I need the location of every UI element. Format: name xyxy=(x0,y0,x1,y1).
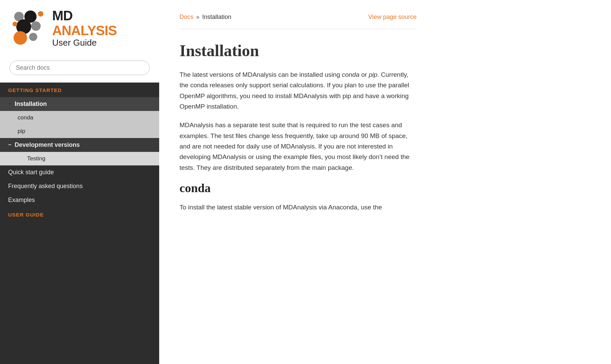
sidebar-item-quick-start-label: Quick start guide xyxy=(8,169,54,176)
toggle-installation-icon: − xyxy=(8,101,11,107)
conda-intro-text: To install the latest stable version of … xyxy=(180,202,417,212)
breadcrumb: Docs » Installation View page source xyxy=(180,14,417,21)
svg-point-6 xyxy=(29,33,37,41)
logo-text: MD ANALYSIS User Guide xyxy=(52,8,117,48)
toggle-dev-icon: − xyxy=(8,142,11,148)
main-content: Docs » Installation View page source Ins… xyxy=(159,0,611,364)
sidebar-item-installation[interactable]: − Installation xyxy=(0,97,159,111)
sidebar-item-pip[interactable]: pip xyxy=(0,124,159,138)
sidebar-item-dev-label: Development versions xyxy=(15,141,80,149)
logo-area: MD ANALYSIS User Guide xyxy=(0,0,159,54)
sidebar-item-testing-label: Testing xyxy=(27,155,45,162)
view-source-link[interactable]: View page source xyxy=(368,14,417,21)
header-divider xyxy=(180,29,417,29)
sidebar-item-pip-label: pip xyxy=(18,128,25,135)
search-area xyxy=(0,54,159,83)
svg-point-5 xyxy=(14,31,27,45)
logo-user-guide: User Guide xyxy=(52,38,97,48)
sidebar-item-faq[interactable]: Frequently asked questions xyxy=(0,179,159,193)
sidebar-item-quick-start[interactable]: Quick start guide xyxy=(0,165,159,179)
content-paragraph-2: MDAnalysis has a separate test suite tha… xyxy=(180,120,417,173)
sidebar-item-testing[interactable]: Testing xyxy=(0,152,159,165)
sidebar-item-examples[interactable]: Examples xyxy=(0,193,159,207)
sidebar-item-conda[interactable]: conda xyxy=(0,111,159,124)
breadcrumb-separator: » xyxy=(196,14,199,21)
svg-point-4 xyxy=(31,21,41,31)
section-user-guide: USER GUIDE xyxy=(0,207,159,222)
logo-icon xyxy=(9,9,47,46)
svg-point-2 xyxy=(38,11,43,17)
sidebar-item-dev-versions[interactable]: − Development versions xyxy=(0,138,159,152)
breadcrumb-docs-link[interactable]: Docs xyxy=(180,14,193,21)
content-paragraph-1: The latest versions of MDAnalysis can be… xyxy=(180,69,417,112)
sidebar-item-conda-label: conda xyxy=(18,114,33,121)
breadcrumb-current: Installation xyxy=(202,14,231,21)
conda-section-title: conda xyxy=(180,181,417,195)
svg-point-7 xyxy=(13,22,17,26)
logo-analysis: ANALYSIS xyxy=(52,23,117,38)
section-getting-started: GETTING STARTED xyxy=(0,83,159,97)
breadcrumb-left: Docs » Installation xyxy=(180,14,231,21)
search-input[interactable] xyxy=(9,61,150,75)
page-title: Installation xyxy=(180,41,417,60)
logo-md: MD xyxy=(52,8,72,23)
sidebar-item-installation-label: Installation xyxy=(15,100,47,108)
sidebar-item-examples-label: Examples xyxy=(8,197,35,204)
sidebar-item-faq-label: Frequently asked questions xyxy=(8,183,83,190)
sidebar: MD ANALYSIS User Guide GETTING STARTED −… xyxy=(0,0,159,364)
